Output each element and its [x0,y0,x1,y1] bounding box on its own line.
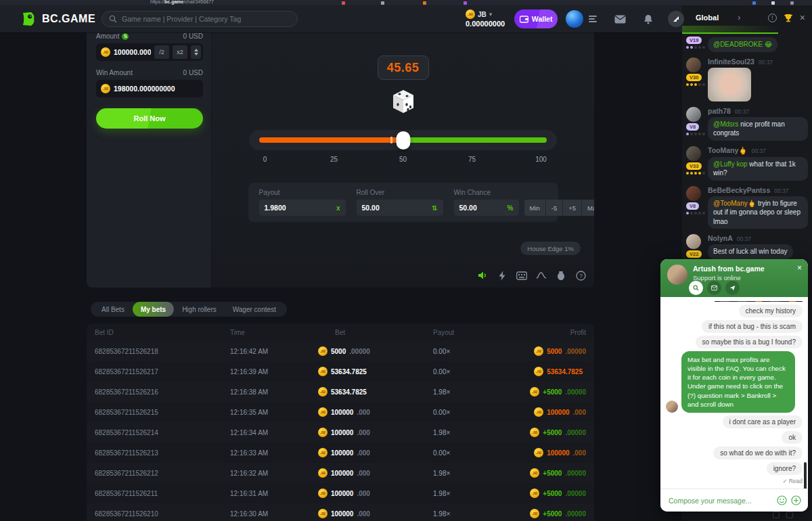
table-row[interactable]: 68285367211526213 12:16:33 AM 100000.000… [87,443,594,463]
avatar[interactable] [686,146,701,161]
bet-id[interactable]: 68285367211526216 [95,388,230,396]
volume-icon[interactable] [477,270,488,281]
wallet-button[interactable]: Wallet [514,9,558,28]
slider-track[interactable] [259,137,547,143]
extension-icon[interactable] [771,1,775,5]
extension-icon[interactable] [342,1,345,5]
tab-high-rollers[interactable]: High rollers [174,302,225,317]
avatar[interactable] [686,234,701,249]
chat-channel-global[interactable]: Global [696,14,719,22]
trends-icon[interactable] [536,270,547,281]
close-icon[interactable]: × [797,263,802,273]
avatar[interactable] [686,186,701,201]
bet-id[interactable]: 68285367211526211 [95,490,230,497]
win-chance-value[interactable]: 50.00 [459,204,477,212]
bet-id[interactable]: 68285367211526218 [95,348,230,355]
compose-input[interactable] [667,496,773,505]
username[interactable]: NolynA [708,234,733,242]
bets-tabs: All Bets My bets High rollers Wager cont… [91,302,287,317]
swap-icon[interactable]: ⇅ [432,204,437,212]
username[interactable]: TooMany🖕 [708,146,747,155]
search-icon [693,284,699,292]
bet-amount: 100000.000 [318,509,433,518]
close-icon[interactable]: × [800,12,805,23]
username[interactable]: BeBeBeckyPantss [708,186,770,194]
table-row[interactable]: 68285367211526215 12:16:35 AM 100000.000… [87,402,594,422]
help-icon[interactable]: ? [575,270,586,281]
half-bet-button[interactable]: /2 [154,45,169,59]
max-button[interactable]: Max [581,200,594,216]
bet-id[interactable]: 68285367211526214 [95,429,230,436]
menu-icon[interactable] [589,16,597,22]
win-amount-value[interactable]: 198000.000000000 [114,85,201,93]
chat-rules-icon[interactable]: ! [768,14,777,22]
double-bet-button[interactable]: x2 [173,45,187,59]
extension-icon[interactable] [423,1,426,5]
bet-id[interactable]: 68285367211526213 [95,449,230,457]
roll-slider[interactable] [249,130,557,150]
emoji-icon[interactable] [777,495,787,505]
table-row[interactable]: 68285367211526210 12:16:30 AM 100000.000… [87,503,594,521]
tab-wager-contest[interactable]: Wager contest [225,302,284,317]
amount-input[interactable]: 100000.00000000 /2 x2 [96,43,203,61]
mail-icon[interactable] [614,15,626,24]
table-row[interactable]: 68285367211526217 12:16:39 AM 53634.7825… [87,361,594,382]
turbo-icon[interactable] [497,270,508,281]
hotkeys-icon[interactable] [516,270,527,281]
support-email-button[interactable] [707,281,721,295]
payout-input[interactable]: 1.9800 x [259,200,346,216]
payout-value[interactable]: 1.9800 [265,204,286,212]
trophy-icon[interactable] [784,14,793,22]
game-search[interactable]: Game name | Provider | Category Tag [102,11,298,27]
bell-icon[interactable] [644,14,653,24]
extension-icon[interactable] [381,1,384,5]
roll-now-button[interactable]: Roll Now [96,108,203,129]
plus-5-button[interactable]: +5 [562,200,581,216]
win-chance-input[interactable]: 50.00 % [454,200,519,216]
attach-plus-icon[interactable] [791,495,801,505]
roll-over-input[interactable]: 50.00 ⇅ [357,200,443,216]
tab-all-bets[interactable]: All Bets [93,302,133,317]
slider-knob[interactable] [396,131,410,150]
support-telegram-button[interactable] [725,281,740,295]
support-search-button[interactable] [689,281,703,295]
user-avatar[interactable] [566,10,583,28]
promo-icon[interactable] [668,11,684,27]
table-row[interactable]: 68285367211526211 12:16:31 AM 100000.000… [87,483,594,503]
table-row[interactable]: 68285367211526212 12:16:32 AM 100000.000… [87,463,594,483]
avatar[interactable] [686,107,701,122]
currency-selector[interactable]: JB ▾ 0.00000000 [466,9,505,28]
bet-payout: 0.00× [433,449,508,457]
chat-photo[interactable] [708,68,751,101]
table-row[interactable]: 68285367211526216 12:16:38 AM 53634.7825… [87,382,594,402]
bet-id[interactable]: 68285367211526217 [95,368,230,376]
currency-swap-icon[interactable]: ⇅ [122,33,129,40]
table-row[interactable]: 68285367211526218 12:16:42 AM 5000.00000… [87,341,594,361]
tab-my-bets[interactable]: My bets [133,302,174,317]
extension-icon[interactable] [752,1,756,5]
win-amount-input[interactable]: 198000.000000000 [96,80,203,97]
extension-icon[interactable] [790,1,794,5]
bet-id[interactable]: 68285367211526210 [95,510,230,518]
address-bar[interactable]: https://bc.game/chat/3456877 [150,0,214,5]
minus-5-button[interactable]: -5 [545,200,562,216]
amount-label: Amount [96,32,119,40]
username[interactable]: InfiniteSoul23 [708,58,754,66]
amount-value[interactable]: 100000.00000000 [114,48,151,56]
roll-over-value[interactable]: 50.00 [362,204,380,212]
seed-icon[interactable] [556,270,566,281]
bet-id[interactable]: 68285367211526215 [95,409,230,416]
attached-screenshot[interactable] [715,301,803,302]
bet-payout: 0.00× [433,348,508,355]
username[interactable]: path78 [708,107,731,115]
extension-icon[interactable] [464,1,467,5]
bc-logo[interactable]: BC.GAME [20,11,95,27]
avatar[interactable] [686,58,701,72]
bet-id[interactable]: 68285367211526212 [95,470,230,477]
table-row[interactable]: 68285367211526214 12:16:34 AM 100000.000… [87,422,594,443]
min-button[interactable]: Min [524,200,545,216]
amount-stepper[interactable] [191,45,201,59]
chevron-right-icon[interactable]: › [738,13,740,22]
chat-footer-icons[interactable] [773,512,793,518]
coin-icon [466,9,475,19]
